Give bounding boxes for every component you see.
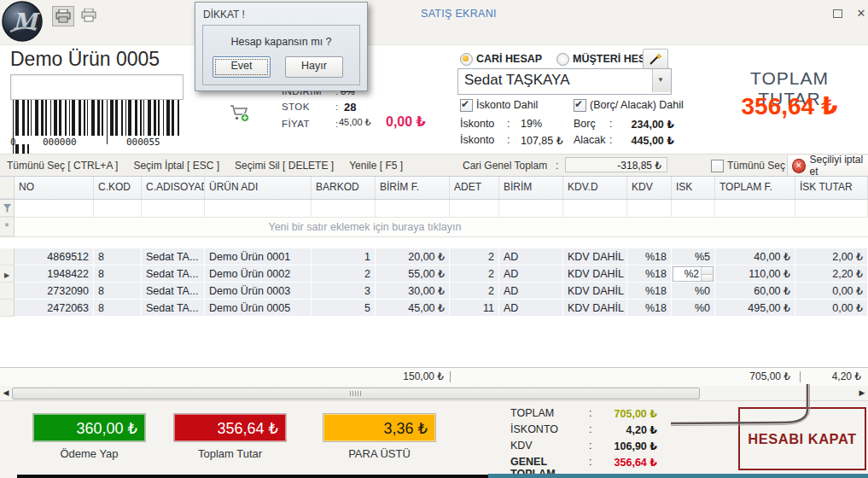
- pay-box-1[interactable]: 356,64 ₺: [173, 413, 287, 442]
- cell-ckod[interactable]: 8: [94, 283, 142, 300]
- filter-cell-birimf[interactable]: [376, 200, 450, 217]
- column-header-toplamf[interactable]: TOPLAM F.: [715, 177, 795, 199]
- column-header-isktutar[interactable]: İSK TUTAR: [795, 177, 868, 199]
- borc-alacak-dahil-label[interactable]: (Borç/ Alacak) Dahil: [590, 99, 684, 111]
- column-header-urun[interactable]: ÜRÜN ADI: [205, 177, 312, 199]
- pay-box-2[interactable]: 3,36 ₺: [323, 413, 436, 442]
- pay-box-0[interactable]: 360,00 ₺: [32, 413, 146, 442]
- cell-isk[interactable]: %5: [672, 248, 715, 265]
- close-window-icon[interactable]: ✕: [853, 7, 868, 20]
- cell-adet[interactable]: 2: [450, 283, 499, 300]
- cell-birim[interactable]: AD: [499, 283, 563, 300]
- table-row[interactable]: 48695128Sedat TA...Demo Ürün 0001120,00 …: [0, 248, 868, 265]
- cell-isk[interactable]: %2: [672, 265, 715, 283]
- cell-barkod[interactable]: 1: [312, 248, 376, 265]
- cell-isk[interactable]: %0: [672, 300, 715, 317]
- close-account-button[interactable]: HESABI KAPAT: [738, 407, 866, 470]
- column-header-isk[interactable]: ISK: [672, 177, 715, 199]
- filter-cell-kdv[interactable]: [627, 200, 672, 217]
- cell-toplamf[interactable]: 60,00 ₺: [715, 283, 795, 300]
- iskonto-dahil-label[interactable]: İskonto Dahil: [476, 99, 538, 111]
- filter-cell-urun[interactable]: [205, 200, 312, 217]
- toolbar-shortcut-0[interactable]: Tümünü Seç [ CTRL+A ]: [7, 160, 118, 172]
- cell-kdv[interactable]: %18: [627, 265, 672, 283]
- column-header-kdvd[interactable]: KDV.D: [563, 177, 627, 199]
- add-to-cart-icon[interactable]: [229, 102, 249, 123]
- print-icon[interactable]: [52, 6, 74, 26]
- cell-birimf[interactable]: 30,00 ₺: [376, 283, 450, 300]
- filter-cell-isk[interactable]: [672, 200, 715, 217]
- cell-urun[interactable]: Demo Ürün 0002: [205, 265, 312, 283]
- cell-adet[interactable]: 11: [450, 300, 499, 317]
- cell-isktutar[interactable]: 0,00 ₺: [795, 300, 868, 317]
- magic-wand-button[interactable]: [643, 49, 668, 69]
- cell-no[interactable]: 2472063: [15, 300, 94, 317]
- toolbar-shortcut-2[interactable]: Seçimi Sil [ DELETE ]: [235, 160, 334, 172]
- cell-isktutar[interactable]: 2,20 ₺: [795, 265, 868, 283]
- horizontal-scrollbar[interactable]: ◀ ▶: [0, 386, 868, 401]
- grid-new-row[interactable]: *Yeni bir satır eklemek için buraya tıkl…: [0, 218, 868, 237]
- cell-adsoyad[interactable]: Sedat TA...: [142, 248, 205, 265]
- cell-birimf[interactable]: 20,00 ₺: [376, 248, 450, 265]
- column-header-birimf[interactable]: BİRİM F.: [376, 177, 450, 199]
- cell-birim[interactable]: AD: [499, 248, 563, 265]
- cell-kdv[interactable]: %18: [627, 248, 672, 265]
- cell-birim[interactable]: AD: [499, 300, 563, 317]
- isk-spin-editor[interactable]: %2: [673, 266, 714, 282]
- cell-birim[interactable]: AD: [499, 265, 563, 283]
- cell-kdvd[interactable]: KDV DAHİL: [563, 300, 627, 317]
- cari-hesap-radio[interactable]: [460, 53, 473, 66]
- filter-cell-toplamf[interactable]: [715, 200, 795, 217]
- table-row[interactable]: 27320908Sedat TA...Demo Ürün 0003330,00 …: [0, 283, 868, 300]
- cell-adet[interactable]: 2: [450, 265, 499, 283]
- filter-cell-ckod[interactable]: [94, 200, 142, 217]
- cari-hesap-label[interactable]: CARİ HESAP: [476, 53, 542, 65]
- yes-button[interactable]: Evet: [213, 56, 271, 78]
- filter-cell-isktutar[interactable]: [795, 200, 868, 217]
- filter-cell-adet[interactable]: [450, 200, 499, 217]
- iskonto-dahil-checkbox[interactable]: [460, 99, 473, 112]
- column-header-adet[interactable]: ADET: [450, 177, 499, 199]
- cell-kdv[interactable]: %18: [627, 300, 672, 317]
- filter-cell-barkod[interactable]: [312, 200, 376, 217]
- no-button[interactable]: Hayır: [285, 56, 343, 78]
- spin-up-icon[interactable]: [702, 267, 713, 275]
- cell-urun[interactable]: Demo Ürün 0003: [205, 283, 312, 300]
- barcode-input[interactable]: [10, 74, 184, 100]
- cell-toplamf[interactable]: 110,00 ₺: [715, 265, 795, 283]
- borc-alacak-dahil-checkbox[interactable]: [574, 99, 586, 112]
- cell-no[interactable]: 1948422: [15, 265, 94, 283]
- column-header-birim[interactable]: BİRİM: [499, 177, 563, 199]
- cell-barkod[interactable]: 2: [312, 265, 376, 283]
- cell-isktutar[interactable]: 0,00 ₺: [795, 283, 868, 300]
- column-header-no[interactable]: NO: [15, 177, 94, 199]
- cell-kdvd[interactable]: KDV DAHİL: [563, 248, 627, 265]
- cell-toplamf[interactable]: 495,00 ₺: [715, 300, 795, 317]
- cell-no[interactable]: 2732090: [15, 283, 94, 300]
- column-header-adsoyad[interactable]: C.ADISOYADI: [142, 177, 205, 199]
- cell-birimf[interactable]: 55,00 ₺: [376, 265, 450, 283]
- cell-adsoyad[interactable]: Sedat TA...: [142, 300, 205, 317]
- filter-cell-adsoyad[interactable]: [142, 200, 205, 217]
- scroll-right-icon[interactable]: ▶: [856, 386, 868, 399]
- column-header-kdv[interactable]: KDV: [627, 177, 672, 199]
- cell-birimf[interactable]: 45,00 ₺: [376, 300, 450, 317]
- cell-isk[interactable]: %0: [672, 283, 715, 300]
- customer-combobox[interactable]: Sedat TAŞKAYA: [457, 68, 672, 95]
- cell-kdvd[interactable]: KDV DAHİL: [563, 265, 627, 283]
- spin-down-icon[interactable]: [702, 275, 713, 282]
- table-row[interactable]: 19484228Sedat TA...Demo Ürün 0002255,00 …: [0, 265, 868, 283]
- cell-ckod[interactable]: 8: [94, 300, 142, 317]
- cell-urun[interactable]: Demo Ürün 0001: [205, 248, 312, 265]
- cell-urun[interactable]: Demo Ürün 0005: [205, 300, 312, 317]
- cell-no[interactable]: 4869512: [15, 248, 94, 265]
- musteri-hesap-radio[interactable]: [556, 53, 569, 66]
- cell-adsoyad[interactable]: Sedat TA...: [142, 283, 205, 300]
- cell-ckod[interactable]: 8: [94, 248, 142, 265]
- scroll-left-icon[interactable]: ◀: [0, 386, 12, 399]
- cancel-selected-button[interactable]: ✕ Seçiliyi iptal et: [787, 155, 868, 176]
- filter-cell-no[interactable]: [15, 200, 94, 217]
- cell-barkod[interactable]: 5: [312, 300, 376, 317]
- filter-cell-birim[interactable]: [499, 200, 563, 217]
- table-row[interactable]: 24720638Sedat TA...Demo Ürün 0005545,00 …: [0, 300, 868, 317]
